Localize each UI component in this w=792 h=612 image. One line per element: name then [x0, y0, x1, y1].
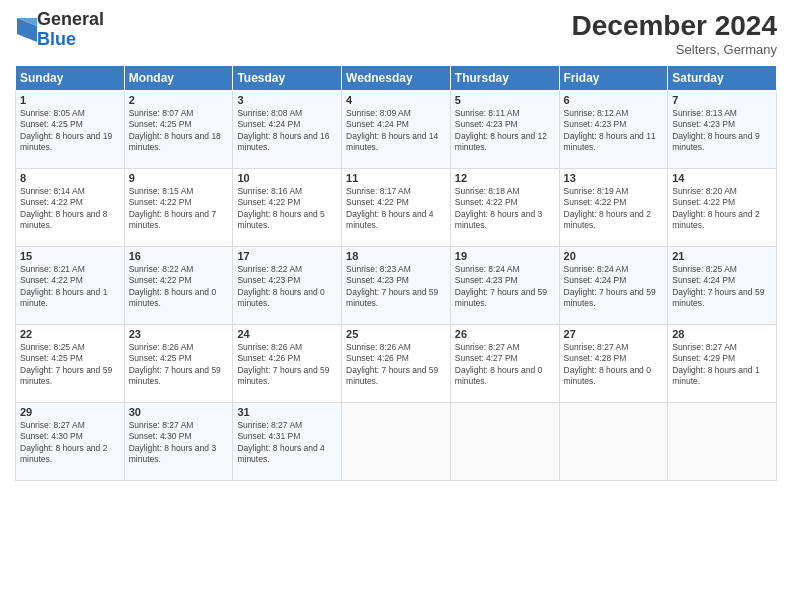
day-number: 26	[455, 328, 555, 340]
day-info: Sunrise: 8:08 AMSunset: 4:24 PMDaylight:…	[237, 108, 337, 154]
calendar-day-cell: 15Sunrise: 8:21 AMSunset: 4:22 PMDayligh…	[16, 247, 125, 325]
day-info: Sunrise: 8:27 AMSunset: 4:29 PMDaylight:…	[672, 342, 772, 388]
day-info: Sunrise: 8:22 AMSunset: 4:22 PMDaylight:…	[129, 264, 229, 310]
day-info: Sunrise: 8:05 AMSunset: 4:25 PMDaylight:…	[20, 108, 120, 154]
day-number: 2	[129, 94, 229, 106]
title-block: December 2024 Selters, Germany	[572, 10, 777, 57]
calendar-day-cell: 10Sunrise: 8:16 AMSunset: 4:22 PMDayligh…	[233, 169, 342, 247]
day-number: 17	[237, 250, 337, 262]
day-info: Sunrise: 8:27 AMSunset: 4:30 PMDaylight:…	[20, 420, 120, 466]
calendar-week-row: 29Sunrise: 8:27 AMSunset: 4:30 PMDayligh…	[16, 403, 777, 481]
calendar-day-cell: 14Sunrise: 8:20 AMSunset: 4:22 PMDayligh…	[668, 169, 777, 247]
calendar-day-cell: 6Sunrise: 8:12 AMSunset: 4:23 PMDaylight…	[559, 91, 668, 169]
calendar-day-cell: 9Sunrise: 8:15 AMSunset: 4:22 PMDaylight…	[124, 169, 233, 247]
calendar-day-cell: 30Sunrise: 8:27 AMSunset: 4:30 PMDayligh…	[124, 403, 233, 481]
calendar-day-cell: 12Sunrise: 8:18 AMSunset: 4:22 PMDayligh…	[450, 169, 559, 247]
day-number: 14	[672, 172, 772, 184]
calendar-day-cell: 22Sunrise: 8:25 AMSunset: 4:25 PMDayligh…	[16, 325, 125, 403]
calendar-day-cell: 2Sunrise: 8:07 AMSunset: 4:25 PMDaylight…	[124, 91, 233, 169]
day-info: Sunrise: 8:07 AMSunset: 4:25 PMDaylight:…	[129, 108, 229, 154]
month-title: December 2024	[572, 10, 777, 42]
day-number: 1	[20, 94, 120, 106]
location-subtitle: Selters, Germany	[572, 42, 777, 57]
calendar-day-cell: 28Sunrise: 8:27 AMSunset: 4:29 PMDayligh…	[668, 325, 777, 403]
day-info: Sunrise: 8:16 AMSunset: 4:22 PMDaylight:…	[237, 186, 337, 232]
calendar-day-cell: 25Sunrise: 8:26 AMSunset: 4:26 PMDayligh…	[342, 325, 451, 403]
day-info: Sunrise: 8:13 AMSunset: 4:23 PMDaylight:…	[672, 108, 772, 154]
day-number: 12	[455, 172, 555, 184]
day-info: Sunrise: 8:20 AMSunset: 4:22 PMDaylight:…	[672, 186, 772, 232]
day-info: Sunrise: 8:25 AMSunset: 4:25 PMDaylight:…	[20, 342, 120, 388]
calendar-day-cell: 3Sunrise: 8:08 AMSunset: 4:24 PMDaylight…	[233, 91, 342, 169]
calendar-day-cell: 27Sunrise: 8:27 AMSunset: 4:28 PMDayligh…	[559, 325, 668, 403]
calendar-day-cell: 29Sunrise: 8:27 AMSunset: 4:30 PMDayligh…	[16, 403, 125, 481]
day-number: 15	[20, 250, 120, 262]
calendar-day-header: Sunday	[16, 66, 125, 91]
day-info: Sunrise: 8:21 AMSunset: 4:22 PMDaylight:…	[20, 264, 120, 310]
day-info: Sunrise: 8:27 AMSunset: 4:28 PMDaylight:…	[564, 342, 664, 388]
calendar-day-header: Saturday	[668, 66, 777, 91]
calendar-day-cell: 16Sunrise: 8:22 AMSunset: 4:22 PMDayligh…	[124, 247, 233, 325]
day-number: 19	[455, 250, 555, 262]
day-info: Sunrise: 8:26 AMSunset: 4:26 PMDaylight:…	[346, 342, 446, 388]
day-number: 6	[564, 94, 664, 106]
calendar-day-cell	[559, 403, 668, 481]
calendar-table: SundayMondayTuesdayWednesdayThursdayFrid…	[15, 65, 777, 481]
day-info: Sunrise: 8:27 AMSunset: 4:27 PMDaylight:…	[455, 342, 555, 388]
day-number: 27	[564, 328, 664, 340]
calendar-page: General Blue December 2024 Selters, Germ…	[0, 0, 792, 612]
calendar-day-cell: 1Sunrise: 8:05 AMSunset: 4:25 PMDaylight…	[16, 91, 125, 169]
day-number: 23	[129, 328, 229, 340]
calendar-week-row: 22Sunrise: 8:25 AMSunset: 4:25 PMDayligh…	[16, 325, 777, 403]
day-number: 21	[672, 250, 772, 262]
calendar-week-row: 1Sunrise: 8:05 AMSunset: 4:25 PMDaylight…	[16, 91, 777, 169]
day-number: 4	[346, 94, 446, 106]
day-info: Sunrise: 8:12 AMSunset: 4:23 PMDaylight:…	[564, 108, 664, 154]
calendar-week-row: 8Sunrise: 8:14 AMSunset: 4:22 PMDaylight…	[16, 169, 777, 247]
day-number: 3	[237, 94, 337, 106]
calendar-day-header: Friday	[559, 66, 668, 91]
day-info: Sunrise: 8:09 AMSunset: 4:24 PMDaylight:…	[346, 108, 446, 154]
calendar-day-cell	[450, 403, 559, 481]
calendar-day-cell: 8Sunrise: 8:14 AMSunset: 4:22 PMDaylight…	[16, 169, 125, 247]
calendar-day-cell: 13Sunrise: 8:19 AMSunset: 4:22 PMDayligh…	[559, 169, 668, 247]
day-number: 5	[455, 94, 555, 106]
day-number: 16	[129, 250, 229, 262]
day-number: 20	[564, 250, 664, 262]
day-number: 11	[346, 172, 446, 184]
calendar-day-header: Tuesday	[233, 66, 342, 91]
calendar-day-cell: 24Sunrise: 8:26 AMSunset: 4:26 PMDayligh…	[233, 325, 342, 403]
calendar-week-row: 15Sunrise: 8:21 AMSunset: 4:22 PMDayligh…	[16, 247, 777, 325]
calendar-day-cell: 7Sunrise: 8:13 AMSunset: 4:23 PMDaylight…	[668, 91, 777, 169]
calendar-day-cell	[342, 403, 451, 481]
day-info: Sunrise: 8:24 AMSunset: 4:24 PMDaylight:…	[564, 264, 664, 310]
day-info: Sunrise: 8:18 AMSunset: 4:22 PMDaylight:…	[455, 186, 555, 232]
calendar-day-header: Wednesday	[342, 66, 451, 91]
calendar-day-cell: 20Sunrise: 8:24 AMSunset: 4:24 PMDayligh…	[559, 247, 668, 325]
calendar-header-row: SundayMondayTuesdayWednesdayThursdayFrid…	[16, 66, 777, 91]
calendar-day-cell	[668, 403, 777, 481]
calendar-day-cell: 21Sunrise: 8:25 AMSunset: 4:24 PMDayligh…	[668, 247, 777, 325]
logo-blue-text: Blue	[37, 30, 104, 50]
logo-icon	[17, 18, 37, 42]
calendar-day-cell: 17Sunrise: 8:22 AMSunset: 4:23 PMDayligh…	[233, 247, 342, 325]
day-info: Sunrise: 8:17 AMSunset: 4:22 PMDaylight:…	[346, 186, 446, 232]
calendar-day-cell: 26Sunrise: 8:27 AMSunset: 4:27 PMDayligh…	[450, 325, 559, 403]
day-number: 25	[346, 328, 446, 340]
day-info: Sunrise: 8:15 AMSunset: 4:22 PMDaylight:…	[129, 186, 229, 232]
day-info: Sunrise: 8:23 AMSunset: 4:23 PMDaylight:…	[346, 264, 446, 310]
calendar-day-cell: 4Sunrise: 8:09 AMSunset: 4:24 PMDaylight…	[342, 91, 451, 169]
day-number: 22	[20, 328, 120, 340]
day-info: Sunrise: 8:26 AMSunset: 4:26 PMDaylight:…	[237, 342, 337, 388]
day-info: Sunrise: 8:27 AMSunset: 4:31 PMDaylight:…	[237, 420, 337, 466]
day-info: Sunrise: 8:14 AMSunset: 4:22 PMDaylight:…	[20, 186, 120, 232]
day-info: Sunrise: 8:27 AMSunset: 4:30 PMDaylight:…	[129, 420, 229, 466]
calendar-day-cell: 18Sunrise: 8:23 AMSunset: 4:23 PMDayligh…	[342, 247, 451, 325]
day-number: 7	[672, 94, 772, 106]
calendar-day-cell: 5Sunrise: 8:11 AMSunset: 4:23 PMDaylight…	[450, 91, 559, 169]
day-number: 28	[672, 328, 772, 340]
day-info: Sunrise: 8:22 AMSunset: 4:23 PMDaylight:…	[237, 264, 337, 310]
day-number: 10	[237, 172, 337, 184]
calendar-day-header: Thursday	[450, 66, 559, 91]
day-info: Sunrise: 8:24 AMSunset: 4:23 PMDaylight:…	[455, 264, 555, 310]
